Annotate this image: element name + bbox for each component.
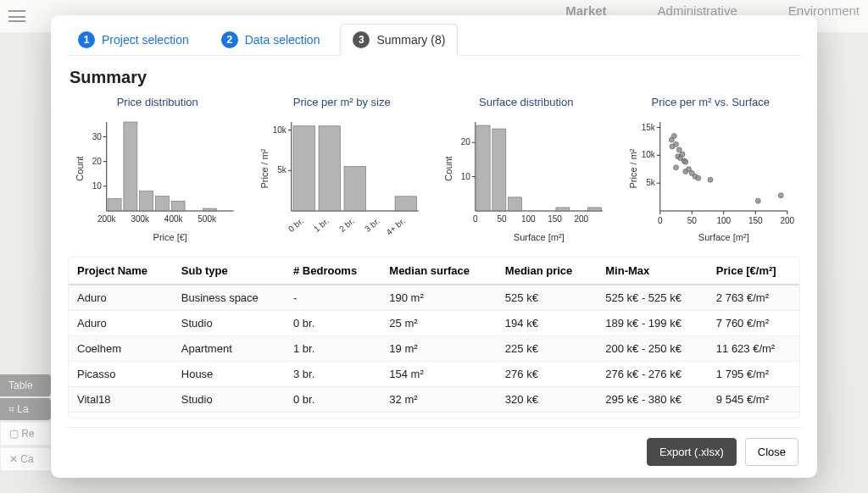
table-cell: 525 k€ - 525 k€ — [597, 285, 708, 311]
table-row[interactable]: AduroBusiness space-190 m²525 k€525 k€ -… — [69, 285, 799, 311]
tab-badge-3: 3 — [353, 31, 370, 48]
svg-point-85 — [682, 159, 687, 164]
svg-text:20: 20 — [461, 137, 471, 147]
svg-text:10: 10 — [461, 172, 471, 181]
svg-text:3 br.: 3 br. — [363, 216, 381, 234]
table-cell: 19 m² — [381, 336, 497, 362]
tab-summary[interactable]: 3 Summary (8) — [340, 24, 458, 56]
svg-text:150: 150 — [548, 214, 562, 224]
svg-rect-30 — [395, 197, 417, 211]
table-row[interactable]: CoelhemApartment1 br.19 m²225 k€200 k€ -… — [69, 336, 799, 362]
table-row[interactable]: Vital18Studio0 br.32 m²320 k€295 k€ - 38… — [69, 387, 799, 413]
table-cell: 225 k€ — [497, 336, 597, 362]
table-cell: 0 br. — [285, 387, 381, 413]
table-cell: 79 m² — [381, 413, 497, 419]
table-cell: Coelhem — [69, 336, 173, 362]
table-row[interactable]: Apartment2 br.79 m²445 k€445 k€ - 445 k€… — [69, 413, 799, 419]
table-row[interactable]: AduroStudio0 br.25 m²194 k€189 k€ - 199 … — [69, 311, 799, 336]
svg-rect-29 — [344, 167, 366, 212]
table-cell: Apartment — [173, 336, 285, 362]
svg-text:Count: Count — [443, 156, 453, 180]
table-cell: 7 760 €/m² — [708, 311, 799, 336]
table-cell: 190 m² — [381, 285, 497, 311]
svg-text:2 br.: 2 br. — [337, 216, 356, 234]
table-cell: 1 795 €/m² — [708, 362, 799, 387]
svg-rect-44 — [476, 125, 490, 211]
table-cell: 154 m² — [381, 362, 497, 387]
svg-point-82 — [680, 152, 685, 157]
table-cell: 0 br. — [285, 311, 381, 336]
table-cell: 3 br. — [285, 362, 381, 387]
svg-rect-12 — [140, 191, 153, 211]
svg-text:Surface [m²]: Surface [m²] — [514, 232, 565, 242]
page-title: Summary — [70, 68, 798, 87]
svg-text:0: 0 — [473, 214, 478, 224]
table-cell: 189 k€ - 199 k€ — [597, 311, 708, 336]
svg-text:100: 100 — [716, 216, 731, 225]
svg-rect-27 — [293, 126, 315, 211]
svg-rect-11 — [124, 122, 137, 211]
svg-text:150: 150 — [748, 216, 762, 225]
chart-title: Surface distribution — [438, 96, 615, 108]
table-cell: - — [285, 285, 381, 311]
svg-text:Price [€]: Price [€] — [153, 232, 187, 242]
close-button[interactable]: Close — [745, 438, 798, 466]
svg-rect-14 — [171, 201, 185, 211]
table-cell: 200 k€ - 250 k€ — [597, 336, 708, 362]
column-header[interactable]: Median price — [497, 258, 597, 285]
table-cell: House — [173, 362, 285, 387]
table-cell: 320 k€ — [497, 387, 597, 413]
modal-tabs: 1 Project selection 2 Data selection 3 S… — [66, 15, 802, 56]
table-row[interactable]: PicassoHouse3 br.154 m²276 k€276 k€ - 27… — [69, 362, 799, 387]
svg-text:500k: 500k — [198, 214, 217, 224]
svg-text:10: 10 — [92, 181, 103, 191]
svg-point-92 — [778, 193, 783, 198]
svg-text:1 br.: 1 br. — [312, 216, 331, 234]
svg-text:200: 200 — [780, 216, 794, 225]
column-header[interactable]: # Bedrooms — [285, 258, 381, 285]
table-cell — [69, 413, 173, 419]
svg-point-78 — [673, 141, 678, 147]
chart-title: Price per m² vs. Surface — [623, 96, 799, 108]
svg-text:200k: 200k — [97, 214, 117, 224]
table-cell: Studio — [173, 387, 285, 413]
svg-point-76 — [671, 133, 676, 138]
column-header[interactable]: Min-Max — [597, 258, 708, 285]
svg-text:5k: 5k — [646, 178, 656, 187]
svg-point-77 — [673, 165, 678, 170]
table-cell: Business space — [173, 285, 285, 311]
chart-title: Price per m² by size — [254, 96, 431, 108]
table-cell: 9 545 €/m² — [708, 387, 799, 413]
table-cell: Aduro — [69, 285, 173, 311]
svg-text:10k: 10k — [272, 125, 287, 135]
svg-rect-28 — [319, 126, 341, 211]
svg-text:15k: 15k — [641, 123, 655, 132]
svg-text:5k: 5k — [277, 165, 287, 174]
svg-rect-10 — [108, 198, 121, 211]
svg-text:4+ br.: 4+ br. — [384, 216, 406, 237]
tab-project-selection[interactable]: 1 Project selection — [66, 24, 201, 55]
table-cell: 32 m² — [381, 387, 497, 413]
summary-table[interactable]: Project NameSub type# BedroomsMedian sur… — [68, 257, 800, 418]
svg-text:0 br.: 0 br. — [287, 216, 305, 234]
table-cell: 445 k€ — [497, 413, 597, 419]
svg-point-89 — [695, 175, 700, 180]
svg-text:50: 50 — [497, 214, 507, 224]
column-header[interactable]: Median surface — [381, 258, 497, 285]
tab-data-selection[interactable]: 2 Data selection — [209, 24, 332, 55]
table-cell: 2 br. — [285, 413, 381, 419]
tab-label: Summary (8) — [376, 33, 445, 47]
svg-text:400k: 400k — [164, 214, 184, 224]
table-cell: 1 br. — [285, 336, 381, 362]
table-cell: 5 633 €/m² — [708, 413, 799, 419]
svg-text:Price / m²: Price / m² — [259, 148, 269, 188]
table-cell: 25 m² — [381, 311, 497, 336]
table-cell: Vital18 — [69, 387, 173, 413]
svg-text:Count: Count — [75, 156, 85, 180]
column-header[interactable]: Project Name — [69, 258, 173, 285]
column-header[interactable]: Sub type — [173, 258, 285, 285]
charts-row: Price distribution CountPrice [€]1020302… — [70, 96, 798, 245]
export-button[interactable]: Export (.xlsx) — [647, 438, 737, 466]
svg-text:30: 30 — [92, 132, 103, 141]
column-header[interactable]: Price [€/m²] — [708, 258, 799, 285]
